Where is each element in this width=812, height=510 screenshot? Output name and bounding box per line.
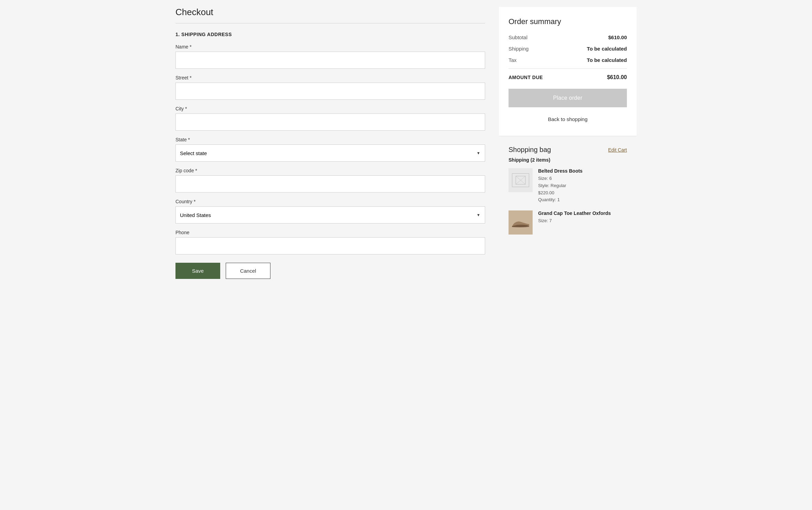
- name-input[interactable]: [175, 52, 485, 69]
- amount-due-label: AMOUNT DUE: [509, 75, 543, 80]
- city-input[interactable]: [175, 113, 485, 131]
- cart-item-2-details: Grand Cap Toe Leather Oxfords Size: 7: [538, 210, 627, 235]
- shipping-label: Shipping: [509, 46, 528, 52]
- amount-due-row: AMOUNT DUE $610.00: [509, 74, 627, 80]
- street-label: Street *: [175, 75, 485, 80]
- country-select[interactable]: United States Canada United Kingdom: [175, 206, 485, 224]
- city-field-group: City *: [175, 106, 485, 131]
- image-placeholder-1: [512, 173, 529, 187]
- cart-item-1: Belted Dress Boots Size: 6 Style: Regula…: [509, 168, 627, 204]
- shipping-value: To be calculated: [587, 46, 627, 52]
- country-label: Country *: [175, 199, 485, 204]
- city-label: City *: [175, 106, 485, 111]
- shipping-row: Shipping To be calculated: [509, 46, 627, 52]
- form-button-row: Save Cancel: [175, 263, 485, 279]
- place-order-button[interactable]: Place order: [509, 89, 627, 107]
- shopping-bag-header: Shopping bag Edit Cart: [509, 146, 627, 154]
- save-button[interactable]: Save: [175, 263, 220, 279]
- phone-label: Phone: [175, 230, 485, 235]
- cart-item-2: Grand Cap Toe Leather Oxfords Size: 7: [509, 210, 627, 235]
- country-select-wrapper: United States Canada United Kingdom: [175, 206, 485, 224]
- cart-item-2-image: [509, 210, 533, 235]
- cart-item-1-name: Belted Dress Boots: [538, 168, 627, 174]
- state-select[interactable]: Select state Alabama Alaska Arizona Cali…: [175, 144, 485, 162]
- order-summary-title: Order summary: [509, 17, 627, 26]
- tax-row: Tax To be calculated: [509, 57, 627, 63]
- order-summary-card: Order summary Subtotal $610.00 Shipping …: [499, 7, 637, 136]
- subtotal-label: Subtotal: [509, 34, 527, 40]
- zip-input[interactable]: [175, 175, 485, 193]
- section-title: 1. SHIPPING ADDRESS: [175, 32, 485, 37]
- state-select-wrapper: Select state Alabama Alaska Arizona Cali…: [175, 144, 485, 162]
- country-field-group: Country * United States Canada United Ki…: [175, 199, 485, 224]
- cart-item-1-image: [509, 168, 533, 192]
- sidebar: Order summary Subtotal $610.00 Shipping …: [499, 7, 637, 503]
- cart-item-1-details: Belted Dress Boots Size: 6 Style: Regula…: [538, 168, 627, 204]
- cancel-button[interactable]: Cancel: [226, 263, 270, 279]
- state-label: State *: [175, 137, 485, 142]
- page-title: Checkout: [175, 7, 485, 18]
- back-to-shopping-link[interactable]: Back to shopping: [509, 113, 627, 126]
- cart-item-2-info: Size: 7: [538, 217, 627, 225]
- zip-field-group: Zip code *: [175, 168, 485, 193]
- summary-divider: [509, 68, 627, 69]
- name-label: Name *: [175, 44, 485, 50]
- subtotal-row: Subtotal $610.00: [509, 34, 627, 40]
- name-field-group: Name *: [175, 44, 485, 69]
- tax-value: To be calculated: [587, 57, 627, 63]
- shipping-items-label: Shipping (2 items): [509, 157, 627, 163]
- phone-field-group: Phone: [175, 230, 485, 254]
- amount-due-value: $610.00: [607, 74, 627, 80]
- cart-item-1-info: Size: 6 Style: Regular $220.00 Quantity:…: [538, 175, 627, 204]
- subtotal-value: $610.00: [608, 34, 627, 40]
- shopping-bag-card: Shopping bag Edit Cart Shipping (2 items…: [499, 136, 637, 251]
- zip-label: Zip code *: [175, 168, 485, 173]
- street-field-group: Street *: [175, 75, 485, 100]
- header-divider: [175, 23, 485, 23]
- tax-label: Tax: [509, 57, 516, 63]
- shopping-bag-title: Shopping bag: [509, 146, 551, 154]
- state-field-group: State * Select state Alabama Alaska Ariz…: [175, 137, 485, 162]
- street-input[interactable]: [175, 83, 485, 100]
- phone-input[interactable]: [175, 237, 485, 254]
- edit-cart-button[interactable]: Edit Cart: [608, 147, 627, 153]
- cart-item-2-name: Grand Cap Toe Leather Oxfords: [538, 210, 627, 216]
